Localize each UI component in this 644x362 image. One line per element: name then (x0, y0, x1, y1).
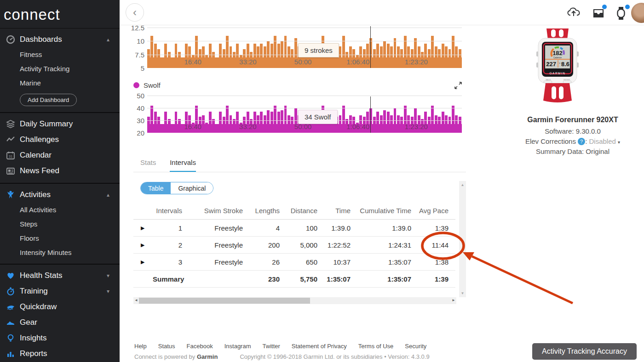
footer-link-status[interactable]: Status (158, 343, 175, 350)
table-cell: 11:44 (418, 241, 455, 249)
chevron-down-icon[interactable]: ▾ (107, 272, 109, 279)
column-header: Distance (286, 207, 324, 215)
sidebar-item-gear[interactable]: Gear (0, 315, 120, 330)
sidebar-item-daily-summary[interactable]: Daily Summary (0, 116, 120, 132)
gridline (147, 96, 462, 96)
garmin-connect-app: connect Dashboards ▴ Fitness Activity Tr… (0, 0, 644, 362)
footer-link-help[interactable]: Help (134, 343, 147, 350)
sidebar-item-activity-tracking[interactable]: Activity Tracking (0, 62, 120, 76)
sidebar-item-all-activities[interactable]: All Activities (0, 203, 120, 217)
watch-sync-icon[interactable] (615, 6, 628, 20)
footer-link-twitter[interactable]: Twitter (263, 343, 280, 350)
y-axis-label: 5 (123, 64, 144, 72)
row-expander-icon[interactable]: ▶ (133, 242, 153, 248)
garmin-brand[interactable]: Garmin (197, 353, 218, 360)
bar-chart-icon (6, 349, 16, 359)
sidebar-item-calendar[interactable]: 31 Calendar (0, 147, 120, 163)
sidebar-item-quickdraw[interactable]: Quickdraw (0, 299, 120, 315)
footer-link-statement-of-privacy[interactable]: Statement of Privacy (292, 343, 347, 350)
sidebar-item-health-stats[interactable]: Health Stats ▾ (0, 268, 120, 283)
powered-prefix: Connect is powered by (134, 353, 195, 360)
table-cell: 1:35:07 (357, 258, 418, 266)
scroll-up-icon[interactable]: ▲ (459, 183, 466, 187)
table-cell: 3 (153, 258, 189, 266)
device-software: Software: 9.30.0.0 (501, 127, 644, 135)
sidebar-item-reports[interactable]: Reports (0, 346, 120, 362)
person-icon (6, 190, 16, 200)
main-content: ‹ 12.5107.5516:4033:2050:001:06:401:23:2… (120, 0, 644, 362)
connect-logo: connect (0, 0, 120, 28)
sidebar-item-floors[interactable]: Floors (0, 231, 120, 245)
chevron-up-icon[interactable]: ▴ (107, 36, 109, 43)
toggle-graphical-button[interactable]: Graphical (171, 182, 213, 194)
footer-link-instagram[interactable]: Instagram (224, 343, 251, 350)
sidebar-item-news-feed[interactable]: News Feed (0, 163, 120, 179)
row-expander-icon[interactable]: ▶ (133, 259, 153, 265)
sidebar-item-challenges[interactable]: Challenges (0, 132, 120, 147)
column-header: Intervals (153, 207, 189, 215)
chevron-up-icon[interactable]: ▴ (107, 192, 109, 198)
tab-stats[interactable]: Stats (140, 158, 156, 172)
elev-value[interactable]: Disabled (589, 137, 615, 145)
newspaper-icon (6, 166, 16, 176)
heart-icon (6, 271, 16, 281)
sidebar-item-dashboards[interactable]: Dashboards ▴ (0, 32, 120, 47)
y-axis-label: 7.5 (123, 51, 144, 59)
footer-link-security[interactable]: Security (405, 343, 426, 350)
row-expander-icon[interactable]: ▶ (133, 225, 153, 231)
x-axis-label: 16:40 (184, 58, 201, 66)
device-image: 182 Cadence GCT 227 V. Osc 8.6 GARMIN BA… (530, 28, 585, 113)
table-row: ▶1Freestyle41001:39.01:39.01:39 (133, 220, 455, 237)
tab-intervals[interactable]: Intervals (170, 158, 196, 172)
sidebar-item-insights[interactable]: Insights (0, 330, 120, 346)
scroll-left-icon[interactable]: ◄ (134, 298, 138, 302)
sidebar-item-label: News Feed (20, 166, 59, 175)
dropdown-arrow-icon[interactable]: ▾ (618, 140, 620, 145)
notification-badge (602, 5, 607, 9)
y-axis-label: 20 (123, 129, 144, 137)
tabs-divider (133, 172, 466, 172)
user-avatar[interactable] (631, 3, 644, 23)
summary-row: Summary2305,7501:35:071:35:071:39 (133, 271, 455, 288)
svg-text:8.6: 8.6 (561, 61, 569, 68)
svg-text:BACK: BACK (546, 79, 551, 81)
cloud-upload-icon[interactable] (567, 6, 581, 20)
back-button[interactable]: ‹ (126, 3, 144, 22)
sidebar-item-marine[interactable]: Marine (0, 76, 120, 90)
column-header: Lengths (249, 207, 286, 215)
gauge-icon (6, 34, 16, 45)
table-cell: Freestyle (189, 224, 249, 232)
column-header: Time (324, 207, 357, 215)
top-bar: ‹ (120, 0, 644, 25)
elev-label: Elev Corrections (525, 137, 576, 145)
sidebar: connect Dashboards ▴ Fitness Activity Tr… (0, 0, 120, 362)
sidebar-item-activities[interactable]: Activities ▴ (0, 187, 120, 203)
y-axis-label: 40 (123, 104, 144, 112)
calendar-icon: 31 (6, 150, 16, 160)
sidebar-item-label: Daily Summary (20, 119, 73, 129)
chevron-down-icon[interactable]: ▾ (107, 288, 109, 294)
sidebar-item-fitness[interactable]: Fitness (0, 47, 120, 62)
sidebar-item-steps[interactable]: Steps (0, 217, 120, 231)
vertical-scrollbar[interactable]: ▲ ▼ (459, 181, 466, 297)
column-header: Swim Stroke (189, 207, 249, 215)
footer-link-facebook[interactable]: Facebook (187, 343, 213, 350)
toggle-table-button[interactable]: Table (141, 182, 171, 194)
sidebar-item-intensity-minutes[interactable]: Intensity Minutes (0, 245, 120, 260)
footer-link-terms-of-use[interactable]: Terms of Use (358, 343, 394, 350)
scroll-right-icon[interactable]: ► (452, 298, 455, 302)
inbox-notifications-icon[interactable] (592, 6, 605, 20)
table-cell: Freestyle (189, 241, 249, 249)
horizontal-scrollbar[interactable]: ◄ ► (133, 297, 456, 304)
table-cell: 10:37 (324, 258, 357, 266)
sidebar-item-training[interactable]: Training ▾ (0, 283, 120, 299)
help-icon[interactable]: ? (578, 138, 585, 145)
add-dashboard-button[interactable]: Add Dashboard (20, 94, 77, 106)
scrollbar-thumb[interactable] (139, 298, 310, 304)
sidebar-item-label: Quickdraw (20, 302, 57, 311)
gridline (147, 108, 462, 108)
activity-tracking-accuracy-button[interactable]: Activity Tracking Accuracy (532, 343, 637, 360)
expand-icon[interactable] (454, 81, 462, 90)
table-cell: 5,000 (286, 241, 324, 249)
scroll-down-icon[interactable]: ▼ (459, 291, 466, 295)
